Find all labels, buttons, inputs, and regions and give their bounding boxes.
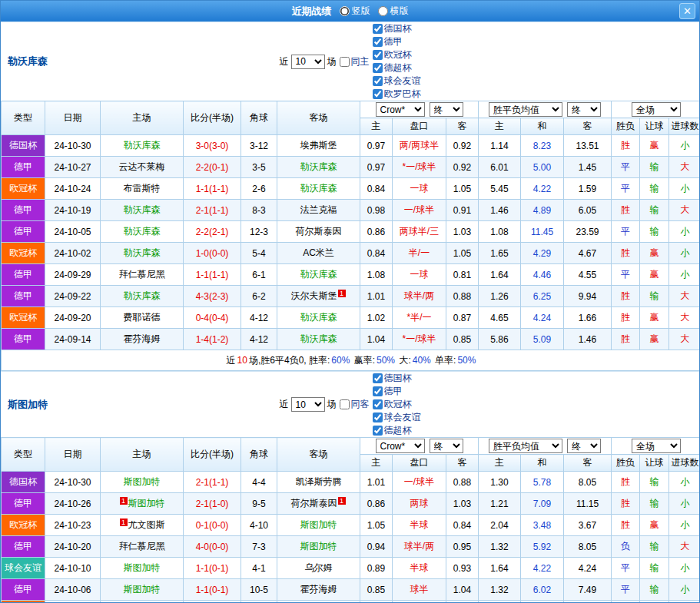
summary-segment: 10 [237,355,247,366]
competition-filter[interactable]: 德甲 [372,35,421,48]
score: 2-1(1-0) [184,493,241,515]
handicap-odds-header: Crow* 终 [360,101,479,118]
competition-checkbox[interactable] [373,373,383,383]
competition-checkbox[interactable] [373,386,383,396]
competition-filters: 德国杯德甲欧冠杯德超杯球会友谊欧罗巴杯 [372,22,421,101]
corner-count: 4-12 [241,329,277,350]
vertical-layout-option[interactable]: 竖版 [340,5,370,18]
competition-badge: 德甲 [2,329,45,350]
competition-filter[interactable]: 欧罗巴杯 [372,88,421,101]
competition-filter[interactable]: 德甲 [372,385,421,398]
handicap-away-odds: 1.04 [446,579,479,601]
competition-label: 德超杯 [384,424,412,437]
horizontal-layout-option[interactable]: 横版 [378,5,409,18]
match-row: 德国杯24-10-30勒沃库森3-0(3-0)3-12埃弗斯堡0.97两/两球半… [2,135,700,157]
scope-header: 全场 [612,438,700,455]
win-odds: 1.30 [479,472,521,493]
europe-stage-select[interactable]: 终 [567,439,601,453]
odds-company-select[interactable]: Crow* [376,102,425,117]
competition-filter[interactable]: 德国杯 [372,372,421,385]
handicap-home-odds: 1.08 [360,264,393,286]
europe-stage-select[interactable]: 终 [567,102,601,117]
europe-odds-select[interactable]: 胜平负均值 [489,102,562,117]
same-venue-filter[interactable]: 同客 [339,398,370,411]
team-label: 霍芬海姆 [124,333,161,344]
competition-checkbox[interactable] [373,76,383,86]
result-cell: 胜 [612,493,640,515]
filter-bar: 斯图加特 近 10 场 同客 德国杯德甲欧冠杯球会友谊德超杯 [1,371,699,437]
same-venue-checkbox[interactable] [340,57,350,67]
handicap-stage-select[interactable]: 终 [430,102,463,117]
handicap-away-odds: 1.05 [446,243,479,264]
match-row: 欧冠杯24-10-24布雷斯特1-1(1-1)2-6勒沃库森0.84一球1.05… [2,178,700,200]
competition-filter[interactable]: 德超杯 [372,424,421,437]
competition-filter[interactable]: 球会友谊 [372,411,421,424]
summary-segment: 40% [413,355,431,366]
team-label: 法兰克福 [300,204,337,215]
home-team: 勒沃库森 [101,243,184,264]
competition-badge: 球会友谊 [2,558,45,579]
odds-company-select[interactable]: Crow* [376,439,425,453]
handicap-home-odds: 1.04 [360,329,393,350]
competition-checkbox[interactable] [373,37,383,47]
competition-checkbox[interactable] [373,412,383,422]
handicap-line: 两球 [393,493,446,515]
home-team: 1尤文图斯 [101,515,184,536]
lose-odds: 4.24 [564,558,612,579]
handicap-home-odds: 0.86 [360,221,393,243]
result-cell: 胜 [612,286,640,307]
recent-results-window: 近期战绩 竖版 横版 ✕ 勒沃库森 近 10 场 同主 德国杯德甲欧冠杯德超杯球… [0,0,700,603]
match-row: 德甲24-09-29拜仁慕尼黑1-1(1-1)6-1勒沃库森1.08一球0.81… [2,264,700,286]
away-team: 荷尔斯泰因1 [277,493,360,515]
score: 1-4(1-2) [184,329,241,350]
same-venue-label: 同主 [351,55,370,68]
match-scope-select[interactable]: 全场 [632,102,681,117]
handicap-result-cell: 输 [640,536,669,558]
europe-odds-select[interactable]: 胜平负均值 [489,439,562,453]
near-label: 近 [280,55,289,68]
match-date: 24-10-02 [45,601,101,603]
competition-checkbox[interactable] [373,50,383,60]
competition-filter[interactable]: 德国杯 [372,22,421,35]
handicap-stage-select[interactable]: 终 [430,439,463,453]
sub-header-result: 胜负 [612,118,640,135]
home-team: 布雷斯特 [101,178,184,200]
match-count-select[interactable]: 10 [291,397,325,412]
goals-result-cell: 小 [669,515,700,536]
close-button[interactable]: ✕ [679,3,695,19]
win-odds: 1.14 [479,135,521,157]
competition-filter[interactable]: 德超杯 [372,61,421,75]
result-cell: 胜 [612,515,640,536]
competition-filter[interactable]: 欧冠杯 [372,398,421,411]
match-date: 24-09-29 [45,264,101,286]
match-date: 24-10-05 [45,221,101,243]
competition-label: 欧冠杯 [384,398,412,411]
competition-filter[interactable]: 球会友谊 [372,75,421,88]
summary-segment: 50% [377,355,395,366]
corner-count: 8-3 [241,200,277,221]
win-odds: 1.46 [479,200,521,221]
competition-badge: 欧冠杯 [2,307,45,329]
handicap-home-odds: 1.05 [360,515,393,536]
competition-label: 德超杯 [384,61,412,75]
competition-badge: 德甲 [2,157,45,178]
result-cell: 平 [612,558,640,579]
win-odds: 1.32 [479,536,521,558]
match-scope-select[interactable]: 全场 [632,439,681,453]
col-header-date: 日期 [45,101,101,135]
draw-odds: 5.32 [521,601,564,603]
competition-filter[interactable]: 欧冠杯 [372,48,421,61]
match-count-select[interactable]: 10 [291,55,325,69]
vertical-layout-radio[interactable] [340,6,350,16]
same-venue-checkbox[interactable] [340,399,350,409]
competition-checkbox[interactable] [373,63,383,73]
horizontal-layout-radio[interactable] [378,6,388,16]
same-venue-filter[interactable]: 同主 [339,55,370,68]
goals-result-cell: 小 [669,135,700,157]
competition-checkbox[interactable] [373,399,383,409]
handicap-result-cell: 输 [640,178,669,200]
competition-checkbox[interactable] [373,426,383,436]
competition-checkbox[interactable] [373,89,383,99]
competition-checkbox[interactable] [373,24,383,34]
handicap-result-cell: 输 [640,200,669,221]
